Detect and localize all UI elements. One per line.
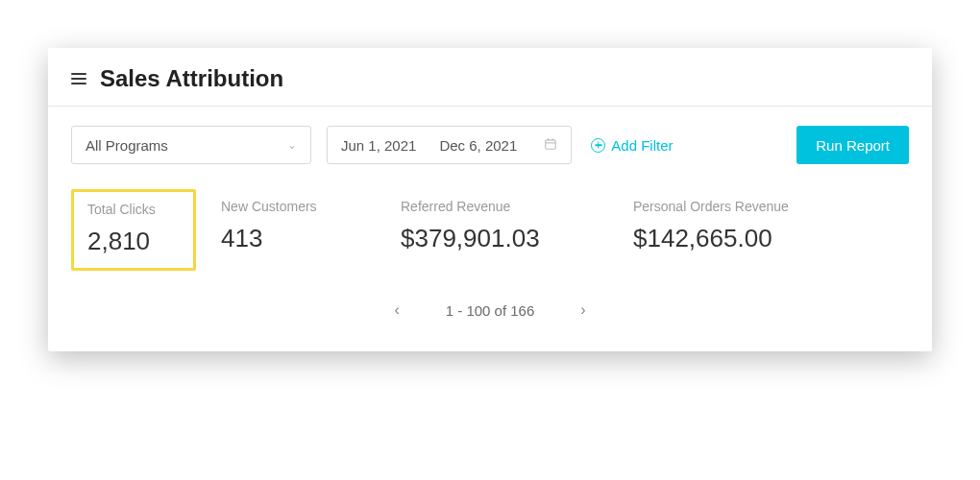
run-report-button[interactable]: Run Report — [796, 126, 909, 164]
program-select[interactable]: All Programs ⌄ — [71, 126, 311, 164]
add-filter-label: Add Filter — [611, 137, 673, 154]
metric-value: 413 — [221, 224, 360, 253]
pagination-prev-button[interactable]: ‹ — [386, 298, 406, 323]
filter-controls: All Programs ⌄ Jun 1, 2021 Dec 6, 2021 A… — [48, 107, 932, 180]
plus-circle-icon — [591, 138, 605, 153]
metric-value: $142,665.00 — [633, 224, 835, 253]
pagination-next-button[interactable]: › — [573, 298, 593, 323]
pagination-range: 1 - 100 of 166 — [446, 302, 535, 319]
metric-label: Total Clicks — [87, 202, 178, 217]
add-filter-button[interactable]: Add Filter — [591, 137, 673, 154]
menu-icon[interactable] — [71, 73, 86, 84]
metric-label: Referred Revenue — [401, 199, 593, 214]
calendar-icon — [544, 137, 557, 154]
metric-label: New Customers — [221, 199, 360, 214]
pagination: ‹ 1 - 100 of 166 › — [48, 298, 932, 351]
date-end: Dec 6, 2021 — [439, 137, 517, 154]
metric-referred-revenue: Referred Revenue $379,901.03 — [387, 189, 608, 271]
page-title: Sales Attribution — [100, 65, 283, 92]
metric-value: 2,810 — [87, 227, 178, 256]
header: Sales Attribution — [48, 48, 932, 107]
date-range-picker[interactable]: Jun 1, 2021 Dec 6, 2021 — [327, 126, 572, 164]
date-start: Jun 1, 2021 — [341, 137, 416, 154]
metric-personal-orders-revenue: Personal Orders Revenue $142,665.00 — [620, 189, 850, 271]
metrics-row: Total Clicks 2,810 New Customers 413 Ref… — [48, 180, 932, 298]
chevron-down-icon: ⌄ — [287, 138, 297, 152]
metric-label: Personal Orders Revenue — [633, 199, 835, 214]
metric-value: $379,901.03 — [401, 224, 593, 253]
metric-new-customers: New Customers 413 — [208, 189, 376, 271]
svg-rect-0 — [546, 139, 556, 148]
metric-total-clicks: Total Clicks 2,810 — [71, 189, 196, 271]
sales-attribution-card: Sales Attribution All Programs ⌄ Jun 1, … — [48, 48, 932, 351]
program-select-value: All Programs — [86, 137, 168, 154]
